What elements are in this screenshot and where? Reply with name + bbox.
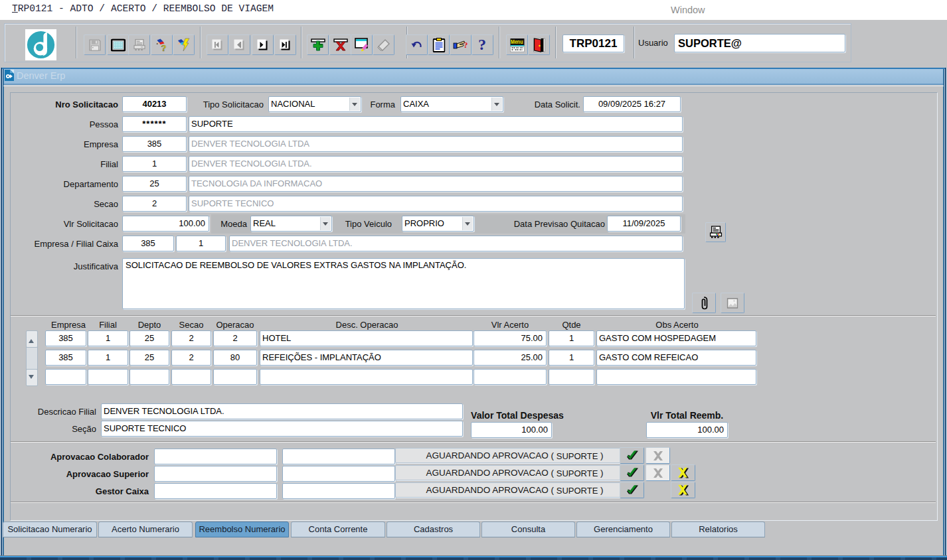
svg-text:?: ? [464, 40, 468, 50]
svg-text:?: ? [161, 42, 166, 52]
svg-text:?: ? [478, 37, 486, 53]
svg-text:Menu: Menu [511, 39, 523, 45]
